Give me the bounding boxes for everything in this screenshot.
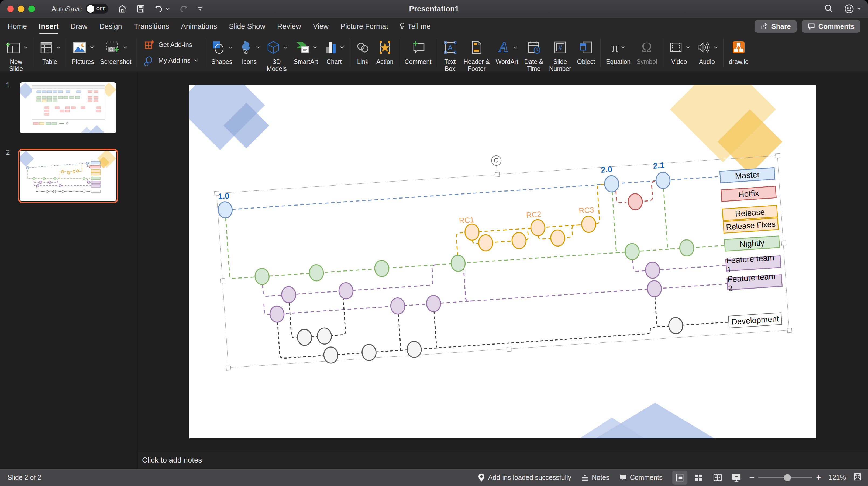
- search-icon[interactable]: [824, 3, 834, 14]
- resize-handle-n[interactable]: [495, 172, 500, 177]
- undo-icon[interactable]: [154, 4, 163, 13]
- equation-button[interactable]: π Equation: [606, 38, 630, 65]
- quick-access-menu-icon[interactable]: [197, 6, 203, 12]
- master-branch-line: [232, 176, 720, 209]
- new-slide-button[interactable]: New Slide: [4, 38, 28, 72]
- autosave-toggle-knob: [87, 5, 94, 13]
- tab-transitions[interactable]: Transitions: [134, 22, 169, 31]
- powerpoint-window: AutoSave OFF Presentation1: [0, 0, 868, 486]
- shapes-button[interactable]: Shapes: [211, 38, 232, 65]
- slide-canvas[interactable]: 1.0 2.0 2.1 RC1 RC2 RC3 Master Hotfix Re…: [189, 85, 816, 438]
- tab-view[interactable]: View: [313, 22, 329, 31]
- resize-handle-s[interactable]: [506, 347, 512, 352]
- chart-icon: [324, 40, 338, 55]
- tab-slideshow[interactable]: Slide Show: [229, 22, 265, 31]
- rotation-handle[interactable]: [491, 155, 502, 166]
- pictures-button[interactable]: Pictures: [72, 38, 94, 65]
- resize-handle-nw[interactable]: [214, 191, 219, 196]
- drawio-button[interactable]: draw.io: [729, 38, 749, 65]
- comment-button[interactable]: Comment: [405, 38, 432, 65]
- fit-slide-button[interactable]: [853, 472, 862, 483]
- autosave-toggle[interactable]: OFF: [86, 4, 108, 14]
- tab-home[interactable]: Home: [7, 22, 27, 31]
- header-footer-icon: [470, 40, 483, 55]
- version-tag-1-0: 1.0: [218, 191, 230, 201]
- chart-button[interactable]: Chart: [324, 38, 344, 65]
- icons-button[interactable]: Icons: [239, 38, 260, 65]
- video-button[interactable]: Video: [668, 38, 690, 65]
- home-icon[interactable]: [118, 4, 127, 14]
- save-icon[interactable]: [136, 5, 145, 13]
- resize-handle-sw[interactable]: [226, 365, 231, 370]
- account-menu[interactable]: [844, 3, 861, 14]
- 3d-models-button[interactable]: 3D Models: [266, 38, 288, 72]
- resize-handle-e[interactable]: [781, 240, 786, 246]
- label-feature-team-1[interactable]: Feature team 1: [725, 255, 781, 271]
- ribbon-divider: [399, 38, 399, 67]
- zoom-in-button[interactable]: +: [816, 473, 821, 483]
- reading-view-button[interactable]: [710, 471, 725, 485]
- link-button[interactable]: Link: [355, 38, 370, 65]
- tab-animations[interactable]: Animations: [181, 22, 217, 31]
- share-button[interactable]: Share: [754, 20, 797, 33]
- commit-nodes: [218, 170, 700, 370]
- wordart-button[interactable]: A WordArt: [496, 38, 518, 65]
- resize-handle-se[interactable]: [787, 328, 792, 333]
- date-time-button[interactable]: Date & Time: [524, 38, 543, 72]
- comments-button[interactable]: Comments: [802, 20, 861, 33]
- resize-handle-w[interactable]: [220, 278, 225, 283]
- share-icon: [761, 23, 768, 30]
- slide-2-thumbnail[interactable]: [20, 151, 116, 201]
- zoom-slider[interactable]: [758, 477, 812, 479]
- audio-button[interactable]: Audio: [696, 38, 718, 65]
- notes-panel[interactable]: Click to add notes: [138, 451, 868, 469]
- close-button[interactable]: [7, 6, 14, 12]
- ribbon-divider: [66, 38, 66, 67]
- date-time-icon: [526, 40, 541, 55]
- tab-review[interactable]: Review: [277, 22, 301, 31]
- table-icon: [39, 40, 54, 55]
- action-icon: [377, 40, 393, 55]
- get-addins-button[interactable]: Get Add-ins: [144, 39, 198, 50]
- dev-drop-2: [434, 312, 436, 348]
- slide-sorter-view-button[interactable]: [691, 471, 706, 485]
- tab-design[interactable]: Design: [99, 22, 122, 31]
- slide-1-thumbnail[interactable]: [20, 83, 116, 133]
- rc1-tag: RC1: [459, 216, 474, 225]
- ribbon-divider: [723, 38, 723, 67]
- notes-placeholder[interactable]: Click to add notes: [142, 456, 202, 464]
- dev-drop-1: [398, 314, 401, 350]
- text-box-button[interactable]: A Text Box: [443, 38, 458, 72]
- object-button[interactable]: Object: [577, 38, 595, 65]
- tab-picture-format[interactable]: Picture Format: [340, 22, 388, 31]
- tab-insert[interactable]: Insert: [39, 22, 59, 31]
- notes-toggle[interactable]: Notes: [581, 474, 609, 482]
- slide-number-button[interactable]: # Slide Number: [549, 38, 571, 72]
- comments-toggle[interactable]: Comments: [619, 474, 662, 482]
- tab-draw[interactable]: Draw: [71, 22, 88, 31]
- table-button[interactable]: Table: [39, 38, 61, 65]
- git-branch-diagram-object[interactable]: 1.0 2.0 2.1 RC1 RC2 RC3 Master Hotfix Re…: [216, 156, 789, 368]
- zoom-slider-thumb[interactable]: [784, 474, 791, 481]
- ribbon-divider: [437, 38, 437, 67]
- tell-me[interactable]: Tell me: [399, 22, 431, 31]
- screenshot-button[interactable]: Screenshot: [100, 38, 131, 65]
- feature2-drop: [463, 266, 472, 301]
- minimize-button[interactable]: [18, 6, 24, 12]
- slideshow-view-button[interactable]: [729, 471, 744, 485]
- zoom-out-button[interactable]: −: [749, 472, 755, 483]
- slide-indicator: Slide 2 of 2: [7, 474, 41, 481]
- label-feature-team-2[interactable]: Feature team 2: [726, 274, 782, 290]
- 3d-models-icon: [266, 40, 281, 55]
- version-tag-2-1: 2.1: [653, 161, 665, 170]
- normal-view-button[interactable]: [672, 471, 687, 485]
- undo-menu-chevron[interactable]: [165, 7, 170, 10]
- zoom-level[interactable]: 121%: [829, 474, 846, 481]
- resize-handle-ne[interactable]: [775, 153, 780, 158]
- title-bar: AutoSave OFF Presentation1: [0, 0, 868, 18]
- smartart-button[interactable]: SmartArt: [293, 38, 318, 65]
- header-footer-button[interactable]: Header & Footer: [464, 38, 490, 72]
- my-addins-button[interactable]: My Add-ins: [144, 55, 198, 66]
- action-button[interactable]: Action: [376, 38, 394, 65]
- zoom-window-button[interactable]: [28, 6, 35, 12]
